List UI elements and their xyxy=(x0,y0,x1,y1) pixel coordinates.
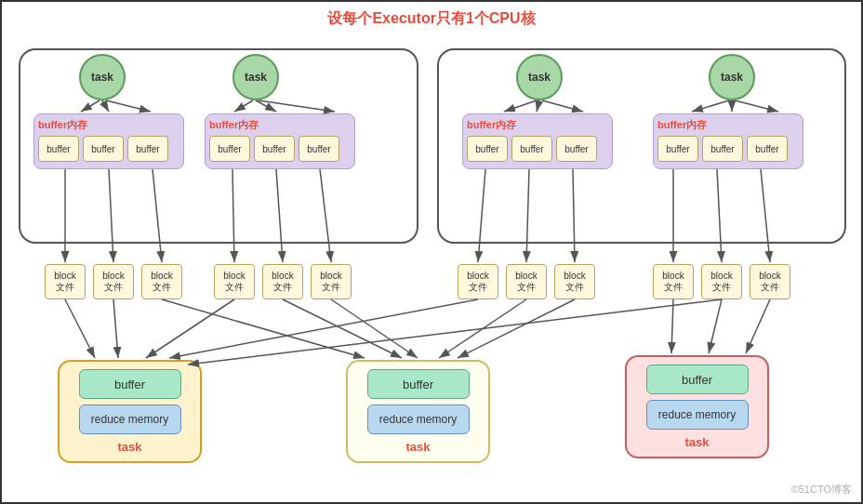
watermark: ©51CTO博客 xyxy=(791,483,852,497)
task-circle-1: task xyxy=(79,54,126,100)
buffer-mem-box-1: buffer内存 buffer buffer buffer xyxy=(33,113,184,169)
block-file-9: block 文件 xyxy=(554,264,595,299)
reduce-task-label-2: task xyxy=(405,440,430,454)
small-buffer: buffer xyxy=(556,136,597,162)
buffer-inner-3: buffer xyxy=(646,365,749,394)
block-file-2: block 文件 xyxy=(93,264,134,299)
block-file-11: block 文件 xyxy=(701,264,742,299)
svg-line-28 xyxy=(169,299,478,358)
svg-line-37 xyxy=(746,299,770,353)
small-buffer: buffer xyxy=(657,136,698,162)
small-buffer: buffer xyxy=(467,136,508,162)
block-file-10: block 文件 xyxy=(653,264,694,299)
block-file-6: block 文件 xyxy=(311,264,352,299)
small-buffer: buffer xyxy=(254,136,295,162)
buffer-inner-1: buffer xyxy=(79,369,181,399)
buffer-mem-label-2: buffer内存 xyxy=(209,118,351,132)
svg-line-31 xyxy=(283,299,402,358)
small-buffer: buffer xyxy=(747,136,788,162)
reduce-task-label-3: task xyxy=(684,435,709,449)
block-file-8: block 文件 xyxy=(506,264,547,299)
buffer-mem-label-1: buffer内存 xyxy=(38,118,179,132)
task-circle-2: task xyxy=(232,54,279,100)
reduce-task-1: buffer reduce memory task xyxy=(58,360,202,463)
reduce-task-label-1: task xyxy=(117,440,141,454)
small-buffer: buffer xyxy=(511,136,552,162)
svg-line-25 xyxy=(65,299,95,358)
small-buffer: buffer xyxy=(83,136,124,162)
svg-line-34 xyxy=(458,299,575,358)
buffer-mem-box-4: buffer内存 buffer buffer buffer xyxy=(653,113,803,169)
reduce-task-3: buffer reduce memory task xyxy=(625,355,769,458)
svg-line-30 xyxy=(162,299,365,358)
block-file-7: block 文件 xyxy=(458,264,498,299)
small-buffer: buffer xyxy=(209,136,250,162)
small-buffer: buffer xyxy=(702,136,743,162)
block-file-1: block 文件 xyxy=(45,264,86,299)
buffer-mem-label-4: buffer内存 xyxy=(657,118,799,132)
svg-line-36 xyxy=(709,299,722,353)
reduce-memory-2: reduce memory xyxy=(367,405,470,434)
svg-line-26 xyxy=(113,299,118,358)
block-file-4: block 文件 xyxy=(214,264,255,299)
reduce-task-2: buffer reduce memory task xyxy=(346,360,490,463)
page-title: 设每个Executor只有1个CPU核 xyxy=(2,2,861,29)
block-file-3: block 文件 xyxy=(141,264,182,299)
block-file-5: block 文件 xyxy=(262,264,303,299)
buffer-mem-label-3: buffer内存 xyxy=(467,118,608,132)
small-buffer: buffer xyxy=(299,136,339,162)
svg-line-33 xyxy=(439,299,526,358)
reduce-memory-1: reduce memory xyxy=(79,405,181,434)
block-file-12: block 文件 xyxy=(750,264,790,299)
buffer-inner-2: buffer xyxy=(367,369,470,399)
task-circle-4: task xyxy=(709,54,755,100)
buffer-mem-box-2: buffer内存 buffer buffer buffer xyxy=(205,113,355,169)
diagram-container: 设每个Executor只有1个CPU核 task task task task … xyxy=(0,0,863,504)
reduce-memory-3: reduce memory xyxy=(646,400,749,430)
small-buffer: buffer xyxy=(127,136,168,162)
small-buffer: buffer xyxy=(38,136,79,162)
svg-line-32 xyxy=(331,299,418,358)
task-circle-3: task xyxy=(516,54,563,100)
svg-line-35 xyxy=(671,299,673,353)
buffer-mem-box-3: buffer内存 buffer buffer buffer xyxy=(462,113,613,169)
svg-line-27 xyxy=(146,299,234,358)
